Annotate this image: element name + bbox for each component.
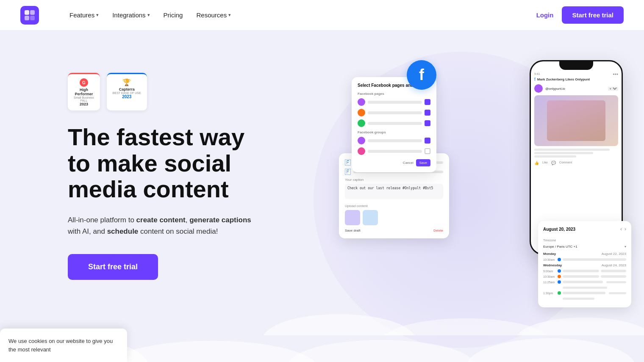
group-checkbox-1[interactable] bbox=[425, 138, 430, 144]
phone-account-name: Mark Zuckerberg Likes Onlypunt bbox=[537, 77, 590, 81]
logo[interactable] bbox=[20, 6, 39, 25]
timezone-row: Timezone bbox=[543, 235, 626, 243]
modal-save-button[interactable]: Save bbox=[416, 159, 430, 166]
nav-pricing[interactable]: Pricing bbox=[164, 11, 183, 19]
slot5b-bar bbox=[563, 298, 594, 300]
calendar-prev-button[interactable]: ‹ bbox=[620, 226, 622, 232]
chevron-down-icon: ▾ bbox=[96, 12, 99, 18]
slot1-bar bbox=[563, 258, 626, 261]
page-name-bar-1 bbox=[368, 101, 422, 104]
calendar-header: August 20, 2023 ‹ › bbox=[543, 226, 626, 232]
group-checkbox-2[interactable] bbox=[425, 148, 430, 154]
nav-links: Features ▾ Integrations ▾ Pricing Resour… bbox=[69, 11, 231, 19]
groups-label: Facebook groups bbox=[358, 130, 430, 134]
phone-time: 9:41 bbox=[534, 72, 540, 75]
fb-group-row-2 bbox=[358, 147, 430, 155]
upload-label: Upload content bbox=[345, 204, 443, 208]
phone-avatar bbox=[534, 84, 543, 93]
capterra-badge: 🏆 Capterra BEST EASE OF USE 2023 bbox=[107, 73, 147, 111]
nav-resources[interactable]: Resources ▾ bbox=[196, 11, 231, 19]
logo-icon bbox=[20, 6, 39, 25]
award-badges: G High Performer Small Business FALL 202… bbox=[68, 73, 263, 111]
facebook-small-icon: 🇫 bbox=[345, 159, 351, 166]
cal-slot-4: 11:25am bbox=[543, 280, 626, 284]
nav-integrations[interactable]: Integrations ▾ bbox=[112, 11, 150, 19]
slot1-time: 10:30am bbox=[543, 258, 556, 261]
cookie-text: We use cookies on our website to give yo… bbox=[8, 337, 119, 354]
facebook-pages-modal: Select Facebook pages and groups Faceboo… bbox=[352, 77, 436, 172]
page-checkbox-1[interactable] bbox=[425, 99, 430, 105]
cal-slot-2: 9:00am bbox=[543, 269, 626, 273]
phone-notch bbox=[559, 61, 593, 70]
day2-date: August 24, 2023 bbox=[602, 263, 626, 267]
caption-textarea[interactable]: Check out our last release #Onlypult #Bs… bbox=[345, 184, 443, 199]
group-name-bar-2 bbox=[368, 150, 422, 153]
cal-slot-1: 10:30am bbox=[543, 258, 626, 261]
cal-slot-5b bbox=[543, 297, 626, 300]
facebook-small-icon-2: 🇫 bbox=[345, 169, 351, 175]
page-avatar-1 bbox=[358, 98, 365, 106]
facebook-icon-circle: f bbox=[407, 60, 436, 90]
g2-year: 2023 bbox=[80, 102, 88, 106]
svg-rect-3 bbox=[30, 16, 35, 20]
phone-actions: 👍 Like 💬 Comment bbox=[534, 161, 618, 165]
capterra-icon: 🏆 bbox=[122, 78, 131, 86]
phone-header: f Mark Zuckerberg Likes Onlypunt bbox=[534, 77, 618, 82]
fb-group-row-1 bbox=[358, 137, 430, 144]
logo-svg bbox=[24, 9, 36, 21]
nav-trial-button[interactable]: Start free trial bbox=[562, 6, 624, 24]
timezone-dropdown-icon[interactable]: ▾ bbox=[625, 245, 626, 249]
svg-point-8 bbox=[106, 341, 318, 362]
cal-slot-5: 1:30pm bbox=[543, 291, 626, 295]
cal-slot-4b bbox=[543, 286, 626, 289]
group-name-bar-1 bbox=[368, 139, 422, 142]
day2-label: Wednesday bbox=[543, 263, 562, 267]
thumb-1 bbox=[345, 210, 360, 225]
hero-trial-button[interactable]: Start free trial bbox=[68, 254, 158, 280]
calendar-month: August 20, 2023 bbox=[543, 227, 575, 232]
timezone-label: Timezone bbox=[543, 239, 556, 242]
slot4-subbar bbox=[606, 281, 626, 283]
g2-sub: Small Business bbox=[74, 96, 94, 99]
slot5-dot bbox=[558, 291, 561, 295]
delete-button[interactable]: Delete bbox=[433, 229, 443, 232]
caption-bar-2 bbox=[534, 152, 593, 154]
page-name-bar-3 bbox=[368, 122, 422, 125]
phone-user-row: @onlypunt.io ▾ bbox=[534, 84, 618, 93]
slot3-bar-sm bbox=[601, 275, 626, 278]
slot4-dot bbox=[558, 280, 561, 284]
timezone-selector: Europe / Paris UTC +1 ▾ bbox=[543, 245, 626, 249]
caption-bar-1 bbox=[534, 149, 610, 151]
group-avatar-2 bbox=[358, 147, 365, 155]
cal-slot-3: 10:30am bbox=[543, 275, 626, 278]
g2-badge: G High Performer Small Business FALL 202… bbox=[68, 73, 100, 111]
group-avatar-1 bbox=[358, 137, 365, 144]
caption-label: Your caption bbox=[345, 178, 443, 182]
phone-content: 9:41 ●●● f Mark Zuckerberg Likes Onlypun… bbox=[531, 70, 622, 170]
pages-label: Facebook pages bbox=[358, 92, 430, 96]
svg-point-6 bbox=[517, 318, 644, 335]
save-draft-button[interactable]: Save draft bbox=[345, 229, 360, 232]
login-button[interactable]: Login bbox=[536, 11, 554, 19]
slot4-time: 11:25am bbox=[543, 281, 556, 284]
phone-fb-icon: f bbox=[534, 77, 536, 82]
hero-section: G High Performer Small Business FALL 202… bbox=[0, 30, 644, 362]
slot5-time: 1:30pm bbox=[543, 292, 556, 295]
chevron-down-icon: ▾ bbox=[147, 12, 150, 18]
fb-page-row-3 bbox=[358, 119, 430, 127]
modal-cancel-button[interactable]: Cancel bbox=[403, 159, 414, 166]
capterra-brand: Capterra bbox=[119, 87, 135, 91]
like-count: Like bbox=[542, 161, 548, 165]
fb-page-row-2 bbox=[358, 109, 430, 116]
page-checkbox-3[interactable] bbox=[425, 120, 430, 126]
chevron-down-icon: ▾ bbox=[228, 12, 231, 18]
capterra-label: BEST EASE OF USE bbox=[113, 91, 141, 94]
phone-select[interactable]: ▾ bbox=[608, 87, 618, 91]
page-checkbox-2[interactable] bbox=[425, 110, 430, 116]
svg-rect-0 bbox=[25, 10, 29, 15]
cookie-banner: We use cookies on our website to give yo… bbox=[0, 329, 127, 362]
day2-header: Wednesday August 24, 2023 bbox=[543, 263, 626, 267]
svg-point-9 bbox=[288, 340, 475, 362]
nav-features[interactable]: Features ▾ bbox=[69, 11, 99, 19]
calendar-next-button[interactable]: › bbox=[625, 226, 626, 232]
